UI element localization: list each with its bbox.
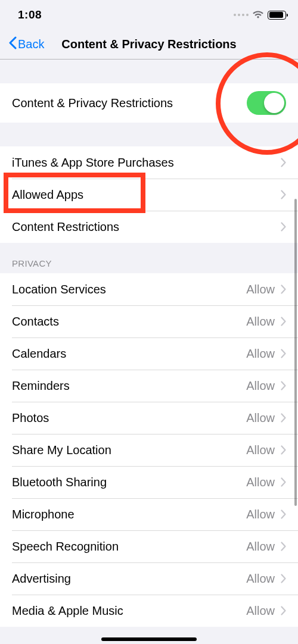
row-content[interactable]: Content Restrictions xyxy=(0,211,298,243)
group-spacer xyxy=(0,123,298,146)
row-microphone[interactable]: MicrophoneAllow xyxy=(0,498,298,530)
row-label: Bluetooth Sharing xyxy=(12,476,246,489)
chevron-right-icon xyxy=(281,542,286,551)
chevron-left-icon xyxy=(8,36,17,52)
row-media-music[interactable]: Media & Apple MusicAllow xyxy=(0,595,298,627)
row-share-loc[interactable]: Share My LocationAllow xyxy=(0,434,298,466)
row-allowed[interactable]: Allowed Apps xyxy=(0,179,298,211)
back-label: Back xyxy=(18,37,44,51)
status-bar: 1:08 xyxy=(0,0,298,30)
row-label: Media & Apple Music xyxy=(12,604,246,618)
back-button[interactable]: Back xyxy=(8,36,44,52)
group-main: iTunes & App Store PurchasesAllowed Apps… xyxy=(0,146,298,243)
group-spacer xyxy=(0,60,298,83)
row-label: Microphone xyxy=(12,508,246,521)
chevron-right-icon xyxy=(281,349,286,358)
chevron-right-icon xyxy=(281,222,286,232)
row-label: Content Restrictions xyxy=(12,220,281,234)
status-indicators xyxy=(234,11,286,20)
row-advertising[interactable]: AdvertisingAllow xyxy=(0,562,298,595)
wifi-icon xyxy=(252,11,264,19)
row-value: Allow xyxy=(246,347,275,361)
chevron-right-icon xyxy=(281,285,286,294)
row-label: Calendars xyxy=(12,347,246,361)
row-value: Allow xyxy=(246,443,275,457)
chevron-right-icon xyxy=(281,477,286,487)
row-calendars[interactable]: CalendarsAllow xyxy=(0,337,298,370)
row-location[interactable]: Location ServicesAllow xyxy=(0,273,298,305)
row-photos[interactable]: PhotosAllow xyxy=(0,402,298,434)
row-contacts[interactable]: ContactsAllow xyxy=(0,305,298,337)
scrollbar[interactable] xyxy=(294,199,297,506)
row-value: Allow xyxy=(246,572,275,586)
group-privacy: Location ServicesAllowContactsAllowCalen… xyxy=(0,273,298,627)
chevron-right-icon xyxy=(281,317,286,326)
row-label: Advertising xyxy=(12,572,246,586)
row-content-privacy-toggle[interactable]: Content & Privacy Restrictions xyxy=(0,83,298,123)
chevron-right-icon xyxy=(281,413,286,423)
row-label: iTunes & App Store Purchases xyxy=(12,156,281,170)
section-header-privacy: PRIVACY xyxy=(0,243,298,273)
row-value: Allow xyxy=(246,604,275,618)
switch-knob xyxy=(264,93,284,113)
row-label: Location Services xyxy=(12,283,246,296)
chevron-right-icon xyxy=(281,381,286,390)
nav-bar: Back Content & Privacy Restrictions xyxy=(0,30,298,60)
battery-icon xyxy=(268,11,286,20)
home-indicator[interactable] xyxy=(101,637,197,641)
row-bluetooth[interactable]: Bluetooth SharingAllow xyxy=(0,466,298,498)
chevron-right-icon xyxy=(281,190,286,199)
chevron-right-icon xyxy=(281,158,286,167)
row-value: Allow xyxy=(246,411,275,425)
row-value: Allow xyxy=(246,476,275,489)
status-time: 1:08 xyxy=(18,8,42,21)
chevron-right-icon xyxy=(281,606,286,615)
row-itunes[interactable]: iTunes & App Store Purchases xyxy=(0,146,298,179)
row-reminders[interactable]: RemindersAllow xyxy=(0,370,298,402)
chevron-right-icon xyxy=(281,574,286,583)
chevron-right-icon xyxy=(281,445,286,455)
row-value: Allow xyxy=(246,283,275,296)
row-value: Allow xyxy=(246,315,275,329)
row-value: Allow xyxy=(246,540,275,554)
row-label: Content & Privacy Restrictions xyxy=(12,96,247,110)
row-label: Share My Location xyxy=(12,443,246,457)
content-scroll[interactable]: Content & Privacy Restrictions iTunes & … xyxy=(0,60,298,644)
row-label: Speech Recognition xyxy=(12,540,246,554)
row-label: Contacts xyxy=(12,315,246,329)
group-toggle: Content & Privacy Restrictions xyxy=(0,83,298,123)
row-value: Allow xyxy=(246,508,275,521)
chevron-right-icon xyxy=(281,509,286,519)
row-label: Allowed Apps xyxy=(12,188,281,202)
row-label: Reminders xyxy=(12,379,246,393)
cellular-dots-icon xyxy=(234,14,249,16)
row-label: Photos xyxy=(12,411,246,425)
row-speech[interactable]: Speech RecognitionAllow xyxy=(0,530,298,562)
page-title: Content & Privacy Restrictions xyxy=(0,37,298,51)
toggle-switch[interactable] xyxy=(247,91,286,115)
row-value: Allow xyxy=(246,379,275,393)
